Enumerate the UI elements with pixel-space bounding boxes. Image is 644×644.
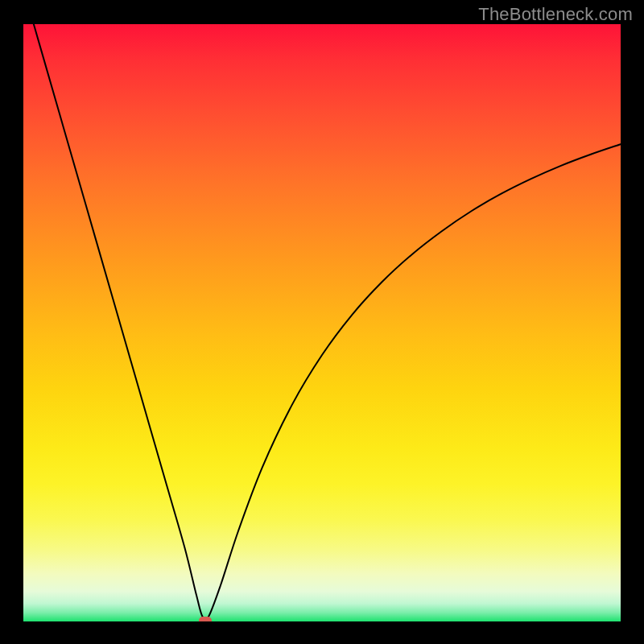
curve-svg bbox=[23, 24, 621, 621]
chart-frame: TheBottleneck.com bbox=[0, 0, 644, 644]
attribution-text: TheBottleneck.com bbox=[478, 4, 633, 25]
bottleneck-curve-path bbox=[23, 24, 621, 620]
minimum-marker bbox=[199, 617, 212, 621]
plot-area bbox=[23, 24, 621, 621]
